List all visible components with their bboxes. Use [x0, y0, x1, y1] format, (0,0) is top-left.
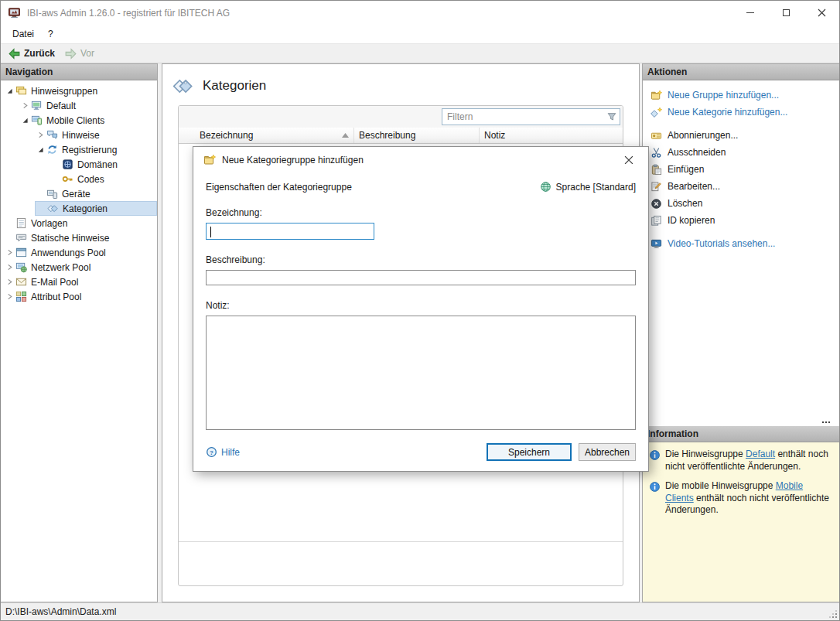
action-neue-kategorie[interactable]: Neue Kategorie hinzufügen...	[643, 104, 839, 121]
action-loeschen[interactable]: Löschen	[643, 195, 839, 212]
tree-item-label: Anwendungs Pool	[31, 247, 106, 258]
maximize-button[interactable]	[768, 1, 804, 25]
tree-row-band: Domänen	[50, 157, 157, 172]
properties-heading: Eigenschaften der Kategoriegruppe	[206, 182, 352, 193]
edit-icon	[650, 181, 662, 193]
back-label: Zurück	[24, 48, 55, 59]
close-button[interactable]	[804, 1, 839, 25]
tree-item-default[interactable]: Default	[1, 98, 157, 113]
tree-item-statische-hinweise[interactable]: Statische Hinweise	[1, 230, 157, 245]
column-header-notiz[interactable]: Notiz	[480, 128, 623, 143]
tree-row-band: Codes	[50, 172, 157, 186]
help-label: Hilfe	[221, 447, 240, 458]
dialog-close-button[interactable]	[620, 151, 638, 169]
window-title: IBI-aws Admin 1.26.0 - registriert für I…	[27, 8, 732, 19]
menu-bar: Datei ?	[1, 25, 839, 43]
close-icon	[818, 9, 826, 17]
right-panel: Aktionen Neue Gruppe hinzufügen... Neue …	[642, 63, 839, 602]
help-link[interactable]: ? Hilfe	[206, 446, 240, 458]
action-video-tutorials[interactable]: Video-Tutorials ansehen...	[643, 235, 839, 252]
info-link-default[interactable]: Default	[746, 449, 775, 459]
minimize-button[interactable]	[732, 1, 768, 25]
language-label: Sprache [Standard]	[556, 182, 636, 193]
tree-item-label: Registrierung	[62, 145, 117, 155]
save-button[interactable]: Speichern	[487, 443, 572, 461]
templates-icon	[15, 217, 27, 229]
chevron-expanded-icon[interactable]	[19, 117, 30, 124]
minimize-icon	[746, 12, 754, 13]
delete-icon	[650, 198, 662, 210]
tree-row-band: Attribut Pool	[4, 289, 157, 304]
filter-input[interactable]	[442, 108, 620, 125]
action-id-kopieren[interactable]: ID kopieren	[643, 212, 839, 229]
tree-item-domaenen[interactable]: Domänen	[1, 157, 157, 172]
tree-row-band: Geräte	[35, 186, 157, 201]
tree-item-label: Hinweisgruppen	[31, 86, 97, 97]
tree-item-label: Geräte	[62, 189, 90, 200]
menu-datei[interactable]: Datei	[5, 26, 41, 42]
information-panel: Die Hinweisgruppe Default enthält noch n…	[643, 442, 839, 602]
chevron-collapsed-icon[interactable]	[4, 278, 15, 285]
new-category-icon	[650, 107, 662, 118]
action-label: ID kopieren	[668, 215, 715, 226]
menu-help[interactable]: ?	[41, 26, 60, 42]
beschreibung-input[interactable]	[206, 270, 636, 285]
notiz-textarea[interactable]	[206, 316, 636, 430]
overflow-ellipsis-icon[interactable]	[822, 421, 831, 424]
tree-item-netzwerk-pool[interactable]: Netzwerk Pool	[1, 260, 157, 275]
tree-item-vorlagen[interactable]: Vorlagen	[1, 216, 157, 230]
tree-item-codes[interactable]: Codes	[1, 172, 157, 186]
mobile-clients-icon	[30, 114, 43, 126]
categories-page-icon	[173, 76, 193, 96]
info-text: Die Hinweisgruppe Default enthält noch n…	[665, 449, 833, 473]
forward-button[interactable]: Vor	[63, 46, 99, 61]
resize-grip[interactable]	[829, 610, 838, 619]
action-neue-gruppe[interactable]: Neue Gruppe hinzufügen...	[643, 87, 839, 104]
chevron-expanded-icon[interactable]	[35, 146, 46, 153]
tree-item-anwendungs-pool[interactable]: Anwendungs Pool	[1, 245, 157, 260]
action-bearbeiten[interactable]: Bearbeiten...	[643, 178, 839, 195]
tree-item-mobile-clients[interactable]: Mobile Clients	[1, 113, 157, 128]
tree-item-label: Attribut Pool	[31, 292, 81, 302]
chevron-collapsed-icon[interactable]	[4, 293, 15, 300]
bezeichnung-input[interactable]	[206, 223, 374, 240]
forward-label: Vor	[80, 48, 94, 59]
chevron-collapsed-icon[interactable]	[4, 264, 15, 271]
column-header-beschreibung[interactable]: Beschreibung	[354, 128, 480, 143]
action-ausschneiden[interactable]: Ausschneiden	[643, 144, 839, 161]
tree-row-band: Statische Hinweise	[4, 230, 157, 245]
tree-item-hinweisgruppen[interactable]: Hinweisgruppen	[1, 84, 157, 98]
forward-arrow-icon	[64, 47, 77, 60]
new-group-icon	[203, 154, 216, 166]
chevron-collapsed-icon[interactable]	[19, 102, 30, 109]
close-icon	[624, 155, 633, 165]
action-label: Neue Gruppe hinzufügen...	[668, 90, 779, 101]
categories-tags-icon	[46, 203, 59, 214]
chevron-collapsed-icon[interactable]	[4, 249, 15, 256]
tree-item-label: Mobile Clients	[46, 115, 104, 126]
back-arrow-icon	[8, 47, 21, 60]
chevron-collapsed-icon[interactable]	[35, 131, 46, 138]
tree-item-hinweise[interactable]: Hinweise	[1, 128, 157, 142]
tree-item-label: Hinweise	[62, 130, 100, 141]
application-pool-icon	[15, 247, 27, 258]
language-selector[interactable]: Sprache [Standard]	[540, 181, 636, 193]
tree-item-geraete[interactable]: Geräte	[1, 186, 157, 201]
tree-item-attribut-pool[interactable]: Attribut Pool	[1, 289, 157, 304]
new-category-group-dialog: Neue Kategoriegruppe hinzufügen Eigensch…	[193, 146, 649, 472]
column-header-bezeichnung[interactable]: Bezeichnung	[179, 128, 354, 143]
back-button[interactable]: Zurück	[6, 46, 60, 61]
action-label: Ausschneiden	[668, 147, 726, 158]
tree-item-label: Domänen	[77, 159, 118, 170]
chevron-expanded-icon[interactable]	[4, 87, 15, 94]
filter-funnel-icon[interactable]	[606, 111, 617, 122]
action-abonnierungen[interactable]: Abonnierungen...	[643, 127, 839, 144]
tree-item-kategorien[interactable]: Kategorien	[1, 201, 157, 216]
table-footer	[179, 541, 623, 585]
action-einfuegen[interactable]: Einfügen	[643, 161, 839, 178]
tree-item-registrierung[interactable]: Registrierung	[1, 142, 157, 157]
cancel-button[interactable]: Abbrechen	[579, 443, 636, 461]
page-title-row: Kategorien	[162, 64, 639, 105]
tree-item-e-mail-pool[interactable]: E-Mail Pool	[1, 275, 157, 289]
dialog-title: Neue Kategoriegruppe hinzufügen	[222, 155, 364, 165]
